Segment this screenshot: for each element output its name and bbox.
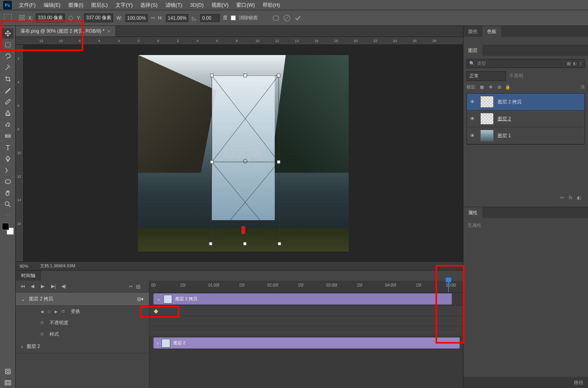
type-tool[interactable] (2, 142, 13, 153)
layer-item-3[interactable]: 👁 图层 1 (467, 127, 584, 144)
property-style[interactable]: ⏱ 样式 (16, 329, 149, 340)
stopwatch-icon[interactable]: ⏱ (39, 320, 45, 326)
filter-adjust-icon[interactable]: ◐ (573, 61, 577, 66)
ruler-horizontal[interactable]: 12 10 8 6 4 2 0 2 4 6 8 10 12 14 16 18 2… (16, 37, 463, 45)
layer-item-2[interactable]: 👁 图层 2 (467, 110, 584, 127)
layers-tab[interactable]: 图层 (463, 45, 482, 56)
properties-tab[interactable]: 属性 (463, 207, 482, 218)
stamp-tool[interactable] (2, 108, 13, 118)
hand-tool[interactable] (2, 188, 13, 198)
clip-layer2[interactable]: › 图层 2 (153, 337, 460, 349)
gradient-tool[interactable] (2, 131, 13, 141)
antialias-checkbox[interactable] (231, 15, 236, 20)
paths-tab[interactable]: 路径 (569, 377, 588, 388)
next-keyframe-icon[interactable]: ▶ (53, 309, 59, 314)
cancel-icon[interactable] (283, 14, 291, 22)
first-frame-button[interactable]: ⏮ (20, 283, 27, 290)
swatches-tab[interactable]: 色板 (482, 26, 501, 37)
path-tool[interactable] (2, 165, 13, 175)
property-transform[interactable]: ◀ ◇ ▶ ⏱ 变换 (16, 306, 149, 317)
color-tab[interactable]: 颜色 (463, 26, 482, 37)
x-input[interactable]: 333.00 像素 (36, 13, 65, 22)
menu-layer[interactable]: 图层(L) (87, 2, 112, 9)
menu-view[interactable]: 视图(V) (208, 2, 232, 9)
lock-artboard-icon[interactable]: ⊞ (496, 85, 502, 90)
marquee-tool[interactable] (2, 40, 13, 50)
menu-help[interactable]: 帮助(H) (259, 2, 284, 9)
w-input[interactable]: 100.00% (125, 14, 148, 22)
grid-icon[interactable] (19, 15, 25, 21)
stopwatch-icon[interactable]: ⏱ (39, 332, 45, 337)
menu-filter[interactable]: 滤镜(T) (162, 2, 186, 9)
menu-edit[interactable]: 编辑(E) (40, 2, 64, 9)
pen-tool[interactable] (2, 154, 13, 164)
visibility-icon[interactable]: 👁 (470, 133, 476, 138)
document-canvas[interactable]: GX网 (138, 55, 349, 252)
move-tool[interactable] (2, 28, 13, 39)
visibility-icon[interactable]: 👁 (470, 99, 476, 105)
zoom-field[interactable]: 90% (20, 264, 28, 268)
close-tab-icon[interactable]: × (108, 29, 110, 34)
commit-icon[interactable] (294, 14, 302, 22)
menu-image[interactable]: 图像(I) (64, 2, 87, 9)
h-input[interactable]: 141.08% (166, 14, 188, 22)
next-frame-button[interactable]: ▶| (51, 283, 57, 290)
track-transform[interactable] (149, 306, 463, 316)
visibility-icon[interactable]: 👁 (470, 116, 476, 121)
clip-layer1[interactable]: ⌄ 图层 2 拷贝 (153, 293, 452, 305)
zoom-tool[interactable] (2, 199, 13, 210)
canvas-viewport[interactable]: GX网 (24, 45, 463, 261)
menu-window[interactable]: 窗口(W) (232, 2, 259, 9)
last-frame-button[interactable]: ◀| (61, 283, 68, 290)
tool-preset-icon[interactable] (4, 14, 12, 22)
link-layers-icon[interactable]: ⚯ (560, 195, 564, 200)
warp-icon[interactable] (272, 14, 280, 22)
timeline-layer-1[interactable]: ⌄ 图层 2 拷贝 ⊟▾ (16, 292, 149, 306)
link-icon[interactable]: ⚯ (151, 15, 155, 21)
scissors-icon[interactable]: ✂ (129, 284, 133, 289)
playhead[interactable] (448, 281, 449, 292)
menu-select[interactable]: 选择(S) (136, 2, 161, 9)
property-opacity[interactable]: ⏱ 不透明度 (16, 317, 149, 329)
lock-all-icon[interactable]: 🔒 (505, 85, 511, 90)
add-keyframe-icon[interactable]: ◇ (46, 309, 52, 314)
chevron-right-icon[interactable]: › (21, 344, 23, 349)
filter-pixel-icon[interactable]: ▦ (567, 61, 571, 66)
filter-type-icon[interactable]: T (579, 61, 582, 66)
foreground-color[interactable] (2, 223, 9, 230)
lock-pixels-icon[interactable]: ▩ (479, 85, 485, 90)
timeline-ruler[interactable]: 00 15f 01:00f 15f 02:00f 15f 03:00f 15f … (149, 281, 463, 292)
blend-mode-select[interactable]: 正常 (467, 71, 506, 81)
keyframe-diamond[interactable] (154, 309, 158, 313)
layer-fx-icon[interactable]: fx (569, 195, 572, 200)
shape-tool[interactable] (2, 177, 13, 187)
screenmode-tool[interactable] (2, 378, 13, 388)
timeline-layer-2[interactable]: › 图层 2 (16, 340, 149, 353)
angle-input[interactable]: 0.00 (200, 14, 220, 22)
options-icon[interactable]: ▤ (136, 284, 140, 289)
timeline-track-area[interactable]: ✂ ▤ 00 15f 01:00f 15f 02:00f 15f 03:00f … (149, 281, 463, 388)
track-style[interactable] (149, 326, 463, 337)
ruler-vertical[interactable]: 2 4 6 8 10 12 14 16 (16, 45, 24, 261)
play-button[interactable]: ▶ (41, 283, 47, 290)
eyedropper-tool[interactable] (2, 85, 13, 96)
prev-keyframe-icon[interactable]: ◀ (39, 309, 45, 314)
magic-wand-tool[interactable] (2, 63, 13, 73)
crop-tool[interactable] (2, 74, 13, 84)
track-layer2[interactable]: › 图层 2 (149, 337, 463, 350)
ref-point-icon[interactable] (68, 15, 74, 21)
chevron-right-icon[interactable]: › (157, 341, 158, 346)
color-swatch[interactable] (2, 223, 14, 235)
track-layer1[interactable]: ⌄ 图层 2 拷贝 (149, 292, 463, 306)
layer-search[interactable]: 🔍 类型 ▦ ◐ T (467, 59, 585, 68)
layer-thumbnail[interactable] (480, 113, 494, 125)
menu-type[interactable]: 文字(Y) (112, 2, 136, 9)
chevron-down-icon[interactable]: ⌄ (21, 296, 25, 302)
lasso-tool[interactable] (2, 51, 13, 61)
layer-mask-icon[interactable]: ◐ (577, 195, 581, 200)
timeline-tab[interactable]: 时间轴 (16, 270, 41, 281)
doc-info[interactable]: 文档:1.36M/4.93M (40, 263, 75, 269)
track-opacity[interactable] (149, 316, 463, 326)
layer-item-1[interactable]: 👁 图层 2 拷贝 (467, 94, 584, 110)
brush-tool[interactable] (2, 97, 13, 107)
